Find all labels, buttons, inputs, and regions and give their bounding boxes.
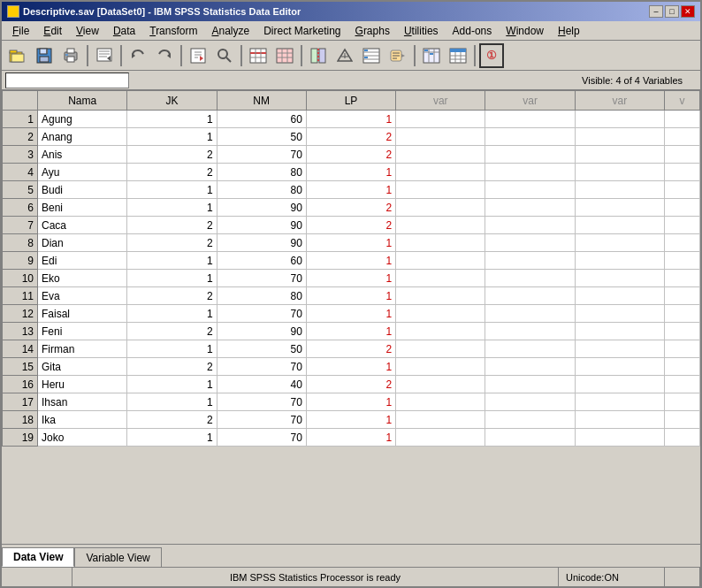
cell-var-empty[interactable]	[575, 199, 664, 217]
menu-transform[interactable]: Transform	[142, 23, 204, 39]
cell-lp[interactable]: 2	[306, 128, 395, 146]
cell-jk[interactable]: 1	[127, 181, 217, 199]
cell-var-empty[interactable]	[575, 270, 664, 287]
cell-var-empty[interactable]	[396, 305, 485, 323]
menu-graphs[interactable]: Graphs	[348, 23, 397, 39]
close-button[interactable]: ✕	[681, 5, 695, 18]
cell-nm[interactable]: 90	[217, 199, 306, 217]
cell-var-empty[interactable]	[665, 270, 700, 287]
cell-nama[interactable]: Heru	[38, 376, 127, 393]
cell-jk[interactable]: 1	[127, 429, 217, 447]
cell-var-empty[interactable]	[665, 393, 700, 411]
menu-data[interactable]: Data	[106, 23, 142, 39]
cell-var-empty[interactable]	[575, 411, 664, 429]
cell-var-empty[interactable]	[485, 305, 575, 323]
cell-var-empty[interactable]	[485, 111, 575, 128]
cell-var-empty[interactable]	[396, 270, 485, 287]
col-header-var2[interactable]: var	[485, 91, 575, 111]
delete-cases-button[interactable]	[272, 43, 297, 68]
recall-dialog-button[interactable]	[92, 43, 117, 68]
cell-var-empty[interactable]	[665, 199, 700, 217]
tab-variable-view[interactable]: Variable View	[74, 547, 161, 567]
cell-var-empty[interactable]	[665, 164, 700, 181]
select-cases-button[interactable]	[359, 43, 384, 68]
col-header-var3[interactable]: var	[575, 91, 664, 111]
cell-var-empty[interactable]	[396, 340, 485, 358]
cell-var-empty[interactable]	[665, 234, 700, 252]
menu-window[interactable]: Window	[499, 23, 551, 39]
cell-lp[interactable]: 1	[306, 305, 395, 323]
cell-nm[interactable]: 70	[217, 270, 306, 287]
cell-var-empty[interactable]	[396, 199, 485, 217]
cell-nm[interactable]: 70	[217, 393, 306, 411]
cell-nama[interactable]: Firman	[38, 340, 127, 358]
col-header-lp[interactable]: LP	[306, 91, 395, 111]
cell-var-empty[interactable]	[485, 358, 575, 376]
cell-jk[interactable]: 2	[127, 146, 217, 164]
cell-var-empty[interactable]	[396, 323, 485, 340]
data-table-wrapper[interactable]: Nama JK NM LP var var var v 1Agung16012A…	[2, 90, 700, 544]
cell-var-empty[interactable]	[575, 429, 664, 447]
cell-var-empty[interactable]	[396, 146, 485, 164]
cell-var-empty[interactable]	[396, 393, 485, 411]
cell-var-empty[interactable]	[485, 270, 575, 287]
find-button[interactable]	[212, 43, 237, 68]
cell-var-empty[interactable]	[575, 358, 664, 376]
cell-nm[interactable]: 40	[217, 376, 306, 393]
cell-jk[interactable]: 2	[127, 234, 217, 252]
menu-edit[interactable]: Edit	[36, 23, 69, 39]
cell-var-empty[interactable]	[665, 128, 700, 146]
cell-lp[interactable]: 1	[306, 393, 395, 411]
cell-nama[interactable]: Budi	[38, 181, 127, 199]
cell-nm[interactable]: 60	[217, 252, 306, 270]
cell-nama[interactable]: Feni	[38, 323, 127, 340]
cell-lp[interactable]: 1	[306, 429, 395, 447]
cell-jk[interactable]: 2	[127, 217, 217, 234]
cell-var-empty[interactable]	[485, 252, 575, 270]
cell-var-empty[interactable]	[396, 181, 485, 199]
cell-jk[interactable]: 1	[127, 393, 217, 411]
cell-var-empty[interactable]	[396, 411, 485, 429]
cell-var-empty[interactable]	[575, 181, 664, 199]
cell-jk[interactable]: 1	[127, 128, 217, 146]
cell-var-empty[interactable]	[485, 217, 575, 234]
cell-nama[interactable]: Joko	[38, 429, 127, 447]
cell-var-empty[interactable]	[665, 411, 700, 429]
cell-jk[interactable]: 2	[127, 323, 217, 340]
cell-var-empty[interactable]	[665, 287, 700, 305]
cell-lp[interactable]: 2	[306, 146, 395, 164]
col-header-nama[interactable]: Nama	[38, 91, 127, 111]
print-button[interactable]	[58, 43, 83, 68]
cell-jk[interactable]: 1	[127, 340, 217, 358]
insert-cases-button[interactable]	[246, 43, 271, 68]
cell-jk[interactable]: 2	[127, 287, 217, 305]
cell-nama[interactable]: Gita	[38, 358, 127, 376]
cell-nm[interactable]: 70	[217, 146, 306, 164]
menu-view[interactable]: View	[69, 23, 106, 39]
cell-var-empty[interactable]	[396, 429, 485, 447]
cell-jk[interactable]: 1	[127, 252, 217, 270]
use-sets-button[interactable]	[419, 43, 444, 68]
cell-var-empty[interactable]	[396, 376, 485, 393]
cell-nm[interactable]: 50	[217, 340, 306, 358]
minimize-button[interactable]: –	[649, 5, 663, 18]
cell-var-empty[interactable]	[485, 340, 575, 358]
cell-jk[interactable]: 1	[127, 199, 217, 217]
cell-nm[interactable]: 80	[217, 164, 306, 181]
cell-jk[interactable]: 2	[127, 358, 217, 376]
save-button[interactable]	[32, 43, 57, 68]
cell-var-empty[interactable]	[575, 217, 664, 234]
cell-var-empty[interactable]	[665, 429, 700, 447]
cell-var-empty[interactable]	[575, 146, 664, 164]
go-to-case-button[interactable]	[186, 43, 210, 68]
cell-var-empty[interactable]	[396, 287, 485, 305]
cell-nama[interactable]: Faisal	[38, 305, 127, 323]
cell-var-empty[interactable]	[485, 199, 575, 217]
cell-nama[interactable]: Caca	[38, 217, 127, 234]
cell-lp[interactable]: 1	[306, 270, 395, 287]
col-header-jk[interactable]: JK	[127, 91, 217, 111]
cell-var-empty[interactable]	[575, 234, 664, 252]
split-file-button[interactable]	[306, 43, 331, 68]
cell-nm[interactable]: 50	[217, 128, 306, 146]
help-button[interactable]: ①	[479, 43, 504, 68]
